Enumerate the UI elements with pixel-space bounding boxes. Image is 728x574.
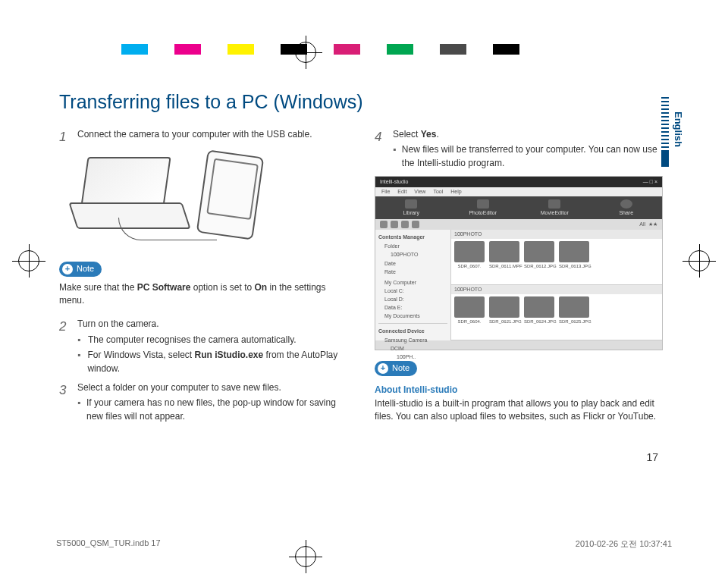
note-text: Make sure that the PC Software option is… bbox=[59, 281, 350, 308]
thumbnail: SDR_0613.JPG bbox=[559, 241, 589, 270]
plus-icon: + bbox=[378, 363, 388, 374]
nav-photo-editor: PhotoEditor bbox=[447, 196, 519, 219]
plus-icon: + bbox=[62, 264, 73, 274]
pc-software-label: PC Software bbox=[137, 282, 191, 293]
step-3: 3 Select a folder on your computer to sa… bbox=[59, 381, 350, 423]
on-label: On bbox=[254, 282, 267, 293]
intelli-studio-screenshot: Intelli-studio — □ × File Edit View Tool… bbox=[375, 176, 663, 350]
sidebar-item: Rate bbox=[378, 268, 447, 276]
toolbar-icon bbox=[380, 221, 388, 228]
print-footer: ST5000_QSM_TUR.indb 17 2010-02-26 오전 10:… bbox=[56, 538, 672, 550]
note-text: Intelli-studio is a built-in program tha… bbox=[375, 397, 666, 424]
note-block-2: + Note About Intelli-studio Intelli-stud… bbox=[375, 355, 666, 423]
registration-mark-icon bbox=[689, 250, 710, 271]
app-sidebar: Contents Manager Folder 100PHOTO Date Ra… bbox=[375, 230, 451, 340]
thumbnail-panel-bottom: 100PHOTO SDR_0604. SDR_0621.JPG SDR_0624… bbox=[451, 285, 662, 340]
thumbnail-panel-top: 100PHOTO SDR_0607. SDR_0611.MPF SDR_0612… bbox=[451, 230, 662, 285]
registration-mark-icon bbox=[18, 250, 39, 271]
panel-head: 100PHOTO bbox=[451, 285, 662, 294]
app-menubar: File Edit View Tool Help bbox=[375, 187, 662, 196]
toolbar-label: All bbox=[639, 221, 645, 228]
step-number: 1 bbox=[59, 128, 70, 147]
note-badge: + Note bbox=[375, 361, 417, 376]
footer-timestamp: 2010-02-26 오전 10:37:41 bbox=[576, 538, 672, 550]
right-column: 4 Select Yes. ▪New files will be transfe… bbox=[375, 128, 666, 429]
window-controls-icon: — □ × bbox=[643, 178, 657, 186]
toolbar-icon bbox=[401, 221, 409, 228]
thumbnail: SDR_0611.MPF bbox=[489, 241, 519, 270]
menu-item: Edit bbox=[397, 188, 406, 196]
step-number: 2 bbox=[59, 318, 70, 375]
thumbnail: SDR_0625.JPG bbox=[559, 296, 589, 325]
app-titlebar: Intelli-studio — □ × bbox=[375, 177, 662, 187]
thumbnail: SDR_0621.JPG bbox=[489, 296, 519, 325]
step-2: 2 Turn on the camera. ▪The computer reco… bbox=[59, 318, 350, 375]
step-4: 4 Select Yes. ▪New files will be transfe… bbox=[375, 128, 666, 170]
bullet-text: For Windows Vista, select Run iStudio.ex… bbox=[87, 349, 350, 375]
note-label: Note bbox=[77, 263, 94, 275]
menu-item: File bbox=[381, 188, 390, 196]
panel-head: 100PHOTO bbox=[451, 230, 662, 239]
app-toolbar: All ★★ bbox=[375, 219, 662, 230]
step-number: 4 bbox=[375, 128, 385, 170]
step-text: Select Yes. bbox=[393, 128, 666, 141]
thumbnail: SDR_0607. bbox=[454, 241, 485, 270]
thumbnail: SDR_0624.JPG bbox=[524, 296, 554, 325]
note-title: About Intelli-studio bbox=[375, 384, 666, 397]
language-tab: English bbox=[673, 111, 684, 147]
step-number: 3 bbox=[59, 381, 70, 423]
sidebar-item: Data E: bbox=[378, 304, 447, 312]
sidebar-item: My Documents bbox=[378, 312, 447, 320]
left-column: 1 Connect the camera to your computer wi… bbox=[59, 128, 350, 429]
menu-item: View bbox=[414, 188, 425, 196]
laptop-icon bbox=[80, 157, 171, 206]
nav-library: Library bbox=[375, 196, 447, 219]
page-title: Transferring files to a PC (Windows) bbox=[59, 91, 666, 113]
note-label: Note bbox=[392, 362, 410, 375]
sidebar-item: Local D: bbox=[378, 296, 447, 303]
nav-movie-editor: MovieEditor bbox=[519, 196, 591, 219]
step-text: Select a folder on your computer to save… bbox=[77, 381, 350, 394]
sidebar-head: Contents Manager bbox=[378, 234, 447, 241]
menu-item: Tool bbox=[433, 188, 443, 196]
thumbnail: SDR_0604. bbox=[454, 296, 485, 325]
sidebar-item: Folder bbox=[378, 243, 447, 250]
app-nav: Library PhotoEditor MovieEditor Share bbox=[375, 196, 662, 219]
sidebar-item: Date bbox=[378, 260, 447, 268]
footer-filename: ST5000_QSM_TUR.indb 17 bbox=[56, 538, 161, 550]
page-number: 17 bbox=[646, 451, 658, 463]
usb-cable-icon bbox=[118, 218, 217, 240]
menu-item: Help bbox=[450, 188, 461, 196]
sidebar-item: My Computer bbox=[378, 279, 447, 287]
note-badge: + Note bbox=[59, 262, 102, 277]
step-text: Connect the camera to your computer with… bbox=[77, 128, 350, 147]
step-text: Turn on the camera. bbox=[77, 318, 350, 331]
note-block-1: + Note Make sure that the PC Software op… bbox=[59, 256, 350, 308]
toolbar-icon bbox=[391, 221, 398, 228]
toolbar-label: ★★ bbox=[648, 221, 657, 228]
thumbnail: SDR_0612.JPG bbox=[524, 241, 554, 270]
bullet-text: If your camera has no new files, the pop… bbox=[86, 397, 350, 423]
app-title: Intelli-studio bbox=[380, 178, 408, 186]
sidebar-item: Local C: bbox=[378, 287, 447, 295]
sidebar-head: Connected Device bbox=[378, 328, 447, 335]
sidebar-item: DCIM bbox=[378, 345, 447, 353]
sidebar-item: Samsung Camera bbox=[378, 337, 447, 344]
sidebar-item: 100PHOTO bbox=[378, 251, 447, 259]
page-content: Transferring files to a PC (Windows) 1 C… bbox=[59, 91, 666, 429]
step-1: 1 Connect the camera to your computer wi… bbox=[59, 128, 350, 147]
bullet-text: The computer recognises the camera autom… bbox=[88, 334, 297, 347]
registration-mark-icon bbox=[295, 42, 316, 63]
nav-share: Share bbox=[591, 196, 663, 219]
toolbar-icon bbox=[412, 221, 419, 228]
bullet-text: New files will be transferred to your co… bbox=[402, 143, 666, 170]
connection-illustration bbox=[73, 153, 350, 248]
